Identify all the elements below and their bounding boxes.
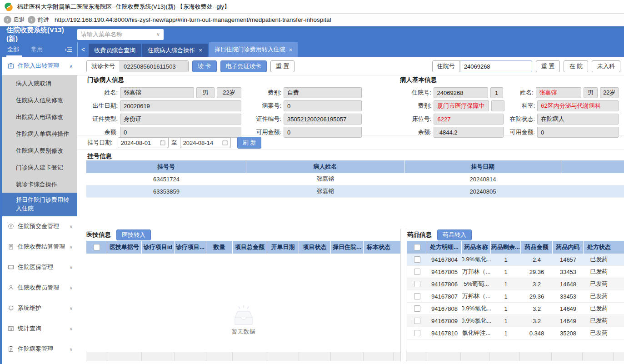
row-checkbox[interactable] [414,269,420,275]
sidebar-group-deposit[interactable]: 住院预交金管理∨ [2,216,77,237]
menu-search-select[interactable]: 请输入菜单名称 ∨ [77,29,164,40]
reset-card-button[interactable]: 重 置 [270,60,295,72]
reg-date-filter: 挂号日期: 2024-08-01 至 2024-08-14 刷 新 [87,137,261,149]
sidebar-item[interactable]: 门诊病人建卡登记 [2,159,77,176]
outpatient-info-section: 门诊病人信息 姓名: 张嘉镕 男 22岁 费别: 自费 出生日期: 200206… [87,76,387,138]
address-url[interactable]: http://192.168.190.44:8000/his-zysf-new/… [55,16,331,23]
empty-state: 暂无数据 [86,304,400,336]
footer-cell [233,352,267,361]
outpatient-id-no: 350521200206195057 [284,114,362,125]
sidebar-item[interactable]: 病人入院取消 [2,75,77,92]
sidebar-group-insurance-card[interactable]: 住院医保管理∨ [2,257,77,278]
row-checkbox-cell [407,315,427,327]
tab-2[interactable]: 择日住院门诊费用转入住院× [209,42,298,57]
read-card-button[interactable]: 读 卡 [192,60,217,72]
row-checkbox[interactable] [414,281,420,287]
caret-down-icon: ∨ [70,306,73,311]
reg-date-to-value: 2024-08-14 [183,140,214,146]
back-button[interactable]: ‹ 后退 [4,16,25,24]
reg-date-to-input[interactable]: 2024-08-14 [180,137,231,148]
select-all-checkbox[interactable] [414,244,420,250]
footer-cell [406,352,426,361]
sidebar-groups: 住院预交金管理∨住院收费结算管理∨住院医保管理∨住院收费员管理∨系统维护∨统计查… [2,216,77,359]
sidebar-group-stats[interactable]: 统计查询∨ [2,319,77,339]
medtech-col-header: 项目状态 [299,241,331,254]
e-cert-read-button[interactable]: 电子凭证读卡 [220,60,267,72]
sidebar-item[interactable]: 就诊卡综合操作 [2,176,77,193]
sidebar-item[interactable]: 住院病人单病种操作 [2,125,77,142]
drugs-cell: 万邦林（... [462,290,491,302]
row-checkbox-cell [407,278,427,290]
sidebar-item[interactable]: 出院病人电话修改 [2,109,77,125]
forward-label: 前进 [37,16,49,24]
medtech-transfer-button[interactable]: 医技转入 [116,229,151,240]
sidebar-item[interactable]: 住院病人信息修改 [2,92,77,109]
fee-type-label: 费别: [255,89,284,97]
drugs-cell: 3.2 [521,315,553,327]
records-icon [8,346,14,352]
row-checkbox[interactable] [414,256,420,263]
footer-cell [461,352,490,361]
medtech-col-header: 开单日期 [267,241,299,254]
row-checkbox[interactable] [414,318,420,324]
drugs-footer-row [406,352,624,361]
drugs-cell: 33453 [553,290,584,302]
table-row[interactable]: 941678065%葡萄...13.214648已发药 [407,278,624,290]
refresh-button[interactable]: 刷 新 [237,137,262,149]
row-checkbox[interactable] [414,305,420,312]
drugs-title: 药品信息 [407,231,432,239]
select-all-checkbox[interactable] [94,244,100,250]
forward-button[interactable]: › 前进 [28,16,49,24]
sidebar-group-cashier[interactable]: 住院收费员管理∨ [2,278,77,298]
filter-tab-all[interactable]: 全部 [7,42,19,57]
tab-label: 择日住院门诊费用转入住院 [215,45,285,54]
cashier-icon [8,284,14,291]
reset-inpatient-button[interactable]: 重 置 [536,60,560,72]
medtech-title: 医技信息 [86,231,111,239]
inpatient-no-label2: 住院号: [400,89,434,97]
tabs-scroll-left-icon[interactable]: < [80,46,89,53]
row-checkbox-cell [407,290,427,302]
reg-cell: 63451724 [86,173,246,185]
sidebar-item[interactable]: 择日住院门诊费用转入住院 [2,193,77,216]
row-checkbox[interactable] [414,330,420,336]
sidebar-group-inout-manage[interactable]: 住院入出转管理 ∧ [2,57,77,75]
sidebar-item[interactable]: 住院病人费别修改 [2,142,77,159]
inpatient-no-field: 住院号 [432,60,460,72]
table-row[interactable]: 94167805万邦林（...129.3633453已发药 [407,266,624,278]
close-icon[interactable]: × [289,46,293,53]
inpatient-no-input[interactable] [460,60,532,72]
drugs-cell: 1 [491,303,521,314]
drugs-cell: 14657 [553,254,584,265]
outpatient-birth: 20020619 [120,100,241,111]
table-row[interactable]: 94167810氯化钾注...10.34835208已发药 [407,327,624,339]
sidebar-group-records[interactable]: 住院病案管理∨ [2,339,77,359]
medtech-table-header: 医技单据号诊疗项目id诊疗项目...数量项目总金额开单日期项目状态择日住院...… [86,241,400,254]
table-row[interactable]: 941678090.9%氯化...13.214649已发药 [407,315,624,327]
sidebar-group-gear[interactable]: 系统维护∨ [2,298,77,319]
table-row[interactable]: 63451724张嘉镕20240814 [86,173,624,185]
table-row[interactable]: 63353859张嘉镕20240805 [86,185,624,198]
tab-1[interactable]: 住院病人综合操作× [142,44,208,57]
sidebar-group-billing[interactable]: 住院收费结算管理∨ [2,237,77,257]
inpatient-times: 1 [490,87,503,98]
in-hospital-button[interactable]: 在 院 [564,60,588,72]
reg-date-from-input[interactable]: 2024-08-01 [118,137,169,148]
reg-cell: 63353859 [86,185,246,197]
sidebar-group-label: 住院收费结算管理 [18,243,66,251]
close-icon[interactable]: × [199,47,202,54]
medtech-col-header: 标本状态 [364,241,394,254]
filter-tab-common[interactable]: 常用 [31,45,43,54]
reg-table-title: 挂号信息 [87,152,112,160]
row-checkbox[interactable] [414,293,420,299]
tab-0[interactable]: 收费员综合查询 [89,44,141,57]
table-row[interactable]: 941678080.9%氯化...13.214649已发药 [407,303,624,315]
not-in-dept-button[interactable]: 未入科 [592,60,620,72]
medtech-col-header: 项目总金额 [233,241,267,254]
drugs-transfer-button[interactable]: 药品转入 [437,229,472,240]
inpatient-name-label: 姓名: [509,89,536,97]
table-row[interactable]: 94167807万邦林（...129.3633453已发药 [407,290,624,303]
drugs-cell: 已发药 [584,327,614,339]
table-row[interactable]: 941678040.9%氯化...12.414657已发药 [407,254,624,266]
collapse-menu-icon[interactable] [65,47,73,53]
